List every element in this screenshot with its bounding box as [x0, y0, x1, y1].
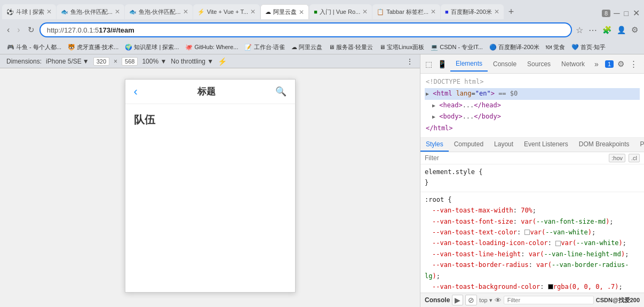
bookmark-斗鱼[interactable]: 🎮 斗鱼 - 每个人都... [4, 42, 64, 52]
dom-line-htmlclose[interactable]: </html> [425, 123, 640, 135]
css-block-element-style: element.style { } [420, 164, 644, 192]
search-icon[interactable]: 🔍 [275, 86, 287, 97]
styles-tab-event-listeners[interactable]: Event Listeners [519, 138, 574, 152]
tab-close-icon[interactable]: ✕ [431, 8, 436, 15]
dom-line-html[interactable]: ▶ <html lang="en"> == $0 [425, 88, 640, 100]
bookmark-虎牙[interactable]: 🐯 虎牙直播·技术... [65, 42, 121, 52]
back-button[interactable]: ‹ [4, 23, 12, 36]
color-swatch-white2[interactable] [555, 241, 561, 246]
more-options-icon[interactable]: ⋮ [406, 57, 414, 66]
inspect-icon[interactable]: ⬚ [424, 58, 434, 70]
console-eye-icon[interactable]: 👁 [495, 296, 502, 304]
bookmark-github[interactable]: 🐙 GitHub: Where... [182, 43, 241, 52]
close-icon[interactable]: ✕ [632, 7, 641, 19]
css-selector-text: element.style { [425, 168, 482, 176]
styles-tab-computed[interactable]: Computed [449, 138, 489, 152]
tab-console[interactable]: Console [488, 57, 522, 71]
restore-icon[interactable]: □ [623, 8, 630, 19]
bookmark-aliyun[interactable]: ☁ 阿里云盘 [289, 42, 325, 52]
color-swatch-black[interactable] [548, 284, 553, 289]
console-context-selector[interactable]: top ▾ [479, 297, 492, 304]
dom-line-head[interactable]: ▶ <head>...</head> [425, 100, 640, 112]
profile-icon[interactable]: 👤 [615, 24, 627, 36]
hov-button[interactable]: :hov [609, 154, 625, 162]
network-icon[interactable]: ⚡ [218, 57, 227, 66]
bookmark-baidu[interactable]: 🔵 百度翻译-200米 [487, 42, 542, 52]
console-filter-input[interactable] [507, 297, 590, 303]
tab-close-icon[interactable]: ✕ [115, 8, 120, 15]
html-close: > [491, 90, 495, 97]
head-close: </head> [474, 101, 501, 109]
devtools-close-icon[interactable]: ✕ [641, 58, 644, 70]
forward-button[interactable]: › [14, 23, 22, 36]
tab-favicon: ■ [314, 9, 317, 15]
bookmark-jueshi[interactable]: 🍽 觉食 [543, 42, 568, 52]
new-tab-button[interactable]: + [504, 4, 519, 19]
arrow-icon: ▶ [432, 114, 435, 120]
styles-tab-layout[interactable]: Layout [489, 138, 519, 152]
tab-vite[interactable]: ⚡ Vite + Vue + T... ✕ [193, 4, 260, 19]
width-input[interactable]: 320 [93, 57, 109, 66]
tab-baidu[interactable]: ■ 百度翻译-200米 ✕ [441, 4, 504, 19]
device-selector[interactable]: iPhone 5/SE ▼ [46, 58, 89, 65]
dom-line-body[interactable]: ▶ <body>...</body> [425, 111, 640, 123]
head-tag: <head> [439, 101, 462, 109]
console-block-icon[interactable]: ⊘ [465, 295, 477, 305]
tab-sources[interactable]: Sources [522, 57, 556, 71]
bookmark-bt[interactable]: 🖥 宝塔Linux面板 [377, 42, 427, 52]
tab-yuepao2[interactable]: 🐟 鱼泡-伙伴匹配... ✕ [125, 4, 193, 19]
reload-button[interactable]: ↻ [25, 23, 37, 36]
console-run-icon[interactable]: ▶ [452, 295, 463, 305]
extensions-icon[interactable]: 🧩 [601, 24, 613, 36]
throttle-selector[interactable]: No throttling ▼ [171, 58, 213, 65]
settings-icon[interactable]: ⚙ [630, 23, 640, 36]
bookmark-星球[interactable]: 🌍 知识星球 | 探索... [122, 42, 181, 52]
tab-aliyun[interactable]: ☁ 阿里云盘 ✕ [260, 4, 309, 19]
css-selector-root: :root { [425, 194, 640, 205]
styles-tab-dom-breakpoints[interactable]: DOM Breakpoints [574, 138, 635, 152]
tab-favicon: ☁ [265, 9, 271, 15]
tab-vuerouter[interactable]: ■ 入门 | Vue Ro... ✕ [309, 4, 372, 19]
more-options-icon[interactable]: ⋯ [587, 23, 599, 37]
tab-tabbar[interactable]: 📋 Tabbar 标签栏... ✕ [372, 4, 440, 19]
dom-line-doctype[interactable]: <!DOCTYPE html> [425, 76, 640, 88]
filter-bar: :hov .cl [420, 152, 644, 164]
tab-close-icon[interactable]: ✕ [494, 8, 499, 15]
bookmark-yuque[interactable]: 📝 工作台·语雀 [242, 42, 287, 52]
tab-elements[interactable]: Elements [450, 57, 488, 72]
tab-斗球[interactable]: ⚽ 斗球 | 探索 ✕ [2, 4, 56, 19]
tab-yuepao1[interactable]: 🐟 鱼泡-伙伴匹配... ✕ [57, 4, 124, 19]
back-arrow[interactable]: ‹ [134, 85, 138, 99]
css-prop-name: --van-toast-background-color [432, 283, 540, 290]
tab-close-icon[interactable]: ✕ [46, 8, 52, 15]
device-toolbar: Dimensions: iPhone 5/SE ▼ 320 × 568 100%… [0, 54, 420, 68]
tab-close-icon[interactable]: ✕ [183, 8, 188, 15]
height-input[interactable]: 568 [122, 57, 138, 66]
more-devtools-tabs-icon[interactable]: » [590, 58, 603, 70]
tab-close-icon[interactable]: ✕ [250, 8, 256, 15]
devtools-settings-icon[interactable]: ⚙ [616, 58, 626, 70]
tab-title: 斗球 | 探索 [16, 8, 44, 16]
bookmark-csdn[interactable]: 💻 CSDN - 专业IT... [428, 42, 486, 52]
bookmark-server[interactable]: 🖥 服务器·轻量云 [326, 42, 376, 52]
css-prop-value: var(--van-font-size-md) [521, 218, 609, 225]
bookmark-zhihu[interactable]: 💙 首页·知乎 [569, 42, 608, 52]
styles-tab-styles[interactable]: Styles [420, 138, 449, 152]
filter-input[interactable] [425, 154, 606, 162]
cl-button[interactable]: .cl [629, 154, 640, 162]
tab-close-icon[interactable]: ✕ [362, 8, 368, 15]
devtools-more-icon[interactable]: ⋮ [628, 58, 639, 70]
tab-count-badge: 8 [602, 10, 610, 17]
tab-favicon: ■ [445, 9, 449, 15]
color-swatch-white[interactable] [524, 230, 530, 235]
tab-network[interactable]: Network [556, 57, 590, 71]
devtools-tabs: Elements Console Sources Network » [450, 57, 603, 72]
address-input-wrap[interactable]: http://127.0.0.1:5173/#/team [39, 22, 572, 37]
styles-tab-properties[interactable]: Properties [635, 138, 644, 152]
tab-close-icon[interactable]: ✕ [299, 9, 304, 16]
zoom-selector[interactable]: 100% ▼ [142, 58, 166, 65]
eq: = [472, 90, 475, 97]
minimize-icon[interactable]: ─ [613, 7, 621, 19]
star-icon[interactable]: ☆ [574, 23, 585, 37]
device-toggle-icon[interactable]: 📱 [436, 58, 448, 70]
